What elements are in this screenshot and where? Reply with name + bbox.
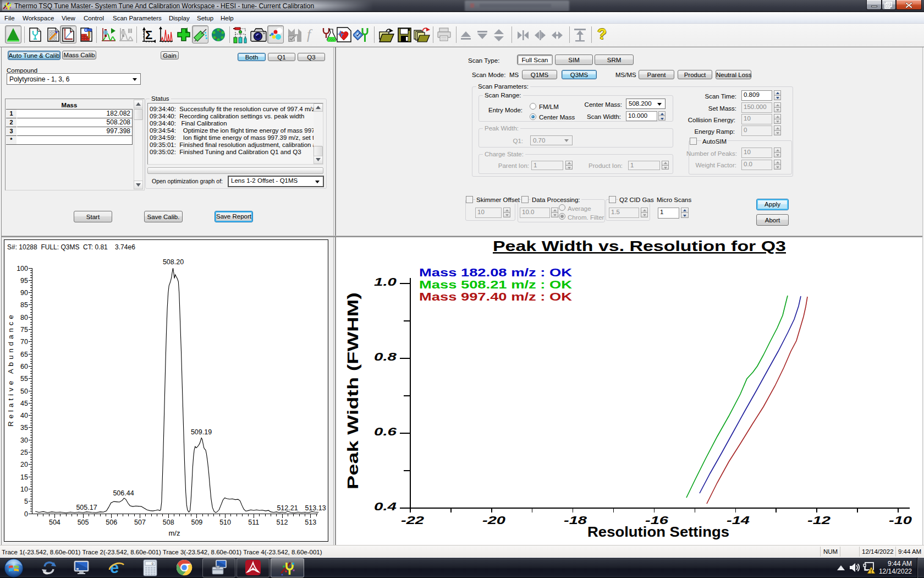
svg-text:55: 55	[20, 375, 28, 383]
svg-text:-10: -10	[889, 514, 912, 526]
svg-text:512.21: 512.21	[277, 504, 298, 512]
svg-text:1.0: 1.0	[374, 276, 397, 288]
svg-text:70: 70	[20, 338, 28, 346]
svg-text:65: 65	[20, 351, 28, 358]
svg-text:0.8: 0.8	[374, 351, 397, 363]
svg-text:45: 45	[20, 400, 28, 407]
svg-text:508: 508	[163, 519, 174, 526]
svg-text:m/z: m/z	[169, 529, 180, 537]
svg-text:509: 509	[191, 519, 202, 526]
svg-text:504: 504	[49, 519, 61, 526]
svg-text:60: 60	[20, 363, 28, 370]
svg-text:5: 5	[24, 498, 28, 505]
svg-text:505: 505	[78, 519, 89, 526]
svg-text:40: 40	[20, 412, 28, 419]
svg-text:Peak Width (FWHM): Peak Width (FWHM)	[345, 292, 361, 489]
svg-text:S#: 10288 FULL: Q3MS CT: 0.8: S#: 10288 FULL: Q3MS CT: 0.81 3.74e6	[7, 243, 135, 251]
svg-text:Peak Width vs. Resolution for: Peak Width vs. Resolution for Q3	[493, 238, 786, 254]
svg-text:Mass 508.21 m/z : OK: Mass 508.21 m/z : OK	[419, 279, 573, 291]
svg-text:-22: -22	[401, 514, 424, 526]
svg-text:512: 512	[277, 519, 288, 526]
svg-text:-20: -20	[482, 514, 505, 526]
svg-text:505.17: 505.17	[76, 504, 97, 511]
svg-text:80: 80	[20, 314, 28, 321]
svg-text:75: 75	[20, 326, 28, 334]
svg-text:Mass 997.40 m/z : OK: Mass 997.40 m/z : OK	[419, 291, 573, 303]
svg-text:509.19: 509.19	[191, 428, 212, 436]
svg-text:0.4: 0.4	[374, 500, 397, 512]
svg-text:30: 30	[20, 437, 28, 444]
svg-text:-12: -12	[807, 514, 831, 526]
svg-text:e: e	[110, 559, 119, 576]
svg-text:511: 511	[248, 519, 259, 526]
svg-text:90: 90	[20, 289, 28, 297]
svg-text:35: 35	[20, 424, 28, 432]
svg-text:508.20: 508.20	[163, 258, 184, 266]
svg-text:Σ: Σ	[145, 28, 152, 42]
svg-text:513.13: 513.13	[305, 504, 326, 512]
svg-text:50: 50	[20, 388, 28, 395]
svg-text:85: 85	[20, 301, 28, 309]
svg-text:10: 10	[20, 486, 28, 493]
svg-text:0: 0	[24, 510, 28, 518]
svg-text:Resolution Settings: Resolution Settings	[587, 524, 729, 540]
svg-text:Mass 182.08 m/z : OK: Mass 182.08 m/z : OK	[419, 266, 573, 279]
svg-text:507: 507	[134, 519, 146, 526]
svg-text:100: 100	[16, 265, 28, 272]
svg-text:15: 15	[20, 473, 28, 481]
svg-text:-14: -14	[727, 514, 750, 526]
svg-text:0.6: 0.6	[374, 426, 397, 438]
svg-text:25: 25	[20, 449, 28, 456]
svg-text:506: 506	[106, 519, 117, 526]
svg-text:Relative Abundance: Relative Abundance	[7, 312, 15, 426]
svg-text:95: 95	[20, 277, 28, 285]
svg-text:-18: -18	[564, 514, 587, 526]
svg-text:513: 513	[305, 519, 316, 526]
svg-text:510: 510	[219, 519, 231, 526]
svg-text:506.44: 506.44	[113, 489, 134, 497]
svg-text:20: 20	[20, 461, 28, 468]
